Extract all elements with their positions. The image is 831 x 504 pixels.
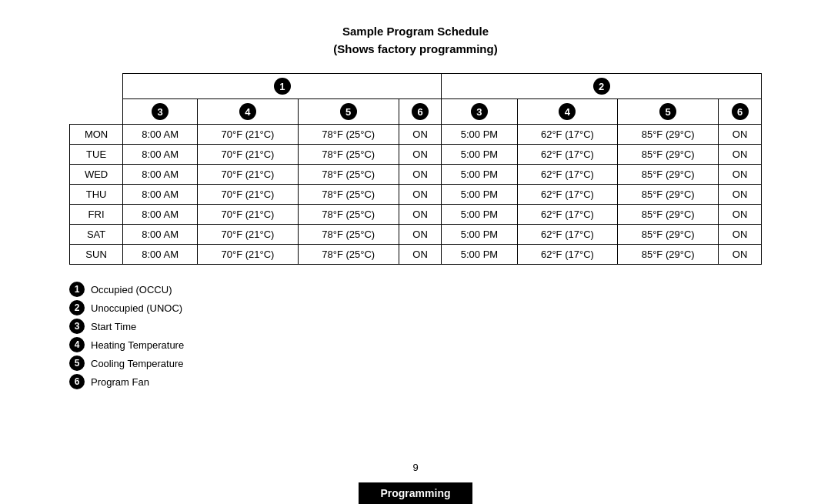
time1-cell: 8:00 AM: [123, 165, 198, 185]
fan1-cell: ON: [399, 205, 442, 225]
cool1-cell: 78°F (25°C): [298, 125, 399, 145]
legend-badge: 2: [69, 300, 85, 315]
heat2-cell: 62°F (17°C): [517, 125, 618, 145]
group2-badge: 2: [593, 78, 610, 95]
legend-label: Start Time: [91, 321, 136, 332]
time1-cell: 8:00 AM: [123, 125, 198, 145]
fan1-cell: ON: [399, 225, 442, 245]
table-row: THU 8:00 AM 70°F (21°C) 78°F (25°C) ON 5…: [70, 185, 762, 205]
legend-item: 4 Heating Temperature: [69, 337, 762, 352]
heat1-cell: 70°F (21°C): [198, 125, 299, 145]
legend-badge: 4: [69, 337, 85, 352]
cool2-cell: 85°F (29°C): [618, 245, 719, 265]
cool2-cell: 85°F (29°C): [618, 225, 719, 245]
legend-label: Program Fan: [91, 376, 149, 388]
group2-header: 2: [442, 74, 762, 99]
sub-corner-empty: [70, 99, 123, 125]
cool1-cell: 78°F (25°C): [298, 245, 399, 265]
cool2-cell: 85°F (29°C): [618, 165, 719, 185]
cool1-cell: 78°F (25°C): [298, 185, 399, 205]
cool1-cell: 78°F (25°C): [298, 225, 399, 245]
day-cell: THU: [70, 185, 123, 205]
time1-cell: 8:00 AM: [123, 145, 198, 165]
time1-cell: 8:00 AM: [123, 245, 198, 265]
table-row: SUN 8:00 AM 70°F (21°C) 78°F (25°C) ON 5…: [70, 245, 762, 265]
programming-tab: Programming: [359, 482, 472, 504]
day-cell: MON: [70, 125, 123, 145]
sub-col6-g1: 6: [399, 99, 442, 125]
day-cell: SAT: [70, 225, 123, 245]
cool1-cell: 78°F (25°C): [298, 165, 399, 185]
day-cell: WED: [70, 165, 123, 185]
page-number: 9: [412, 462, 418, 473]
heat2-cell: 62°F (17°C): [517, 165, 618, 185]
table-row: TUE 8:00 AM 70°F (21°C) 78°F (25°C) ON 5…: [70, 145, 762, 165]
page-title: Sample Program Schedule (Shows factory p…: [333, 23, 497, 58]
group1-header: 1: [123, 74, 442, 99]
heat1-cell: 70°F (21°C): [198, 225, 299, 245]
cool2-cell: 85°F (29°C): [618, 125, 719, 145]
fan2-cell: ON: [719, 205, 762, 225]
fan2-cell: ON: [719, 225, 762, 245]
heat2-cell: 62°F (17°C): [517, 185, 618, 205]
legend-item: 1 Occupied (OCCU): [69, 282, 762, 297]
legend: 1 Occupied (OCCU) 2 Unoccupied (UNOC) 3 …: [69, 282, 762, 392]
legend-label: Heating Temperature: [91, 339, 184, 351]
heat2-cell: 62°F (17°C): [517, 205, 618, 225]
fan1-cell: ON: [399, 145, 442, 165]
cool1-cell: 78°F (25°C): [298, 205, 399, 225]
legend-badge: 6: [69, 374, 85, 389]
fan1-cell: ON: [399, 245, 442, 265]
day-cell: SUN: [70, 245, 123, 265]
time2-cell: 5:00 PM: [442, 145, 517, 165]
legend-item: 2 Unoccupied (UNOC): [69, 300, 762, 315]
legend-badge: 5: [69, 355, 85, 371]
time2-cell: 5:00 PM: [442, 185, 517, 205]
sub-col4-g2: 4: [517, 99, 618, 125]
heat1-cell: 70°F (21°C): [198, 165, 299, 185]
time2-cell: 5:00 PM: [442, 125, 517, 145]
day-cell: TUE: [70, 145, 123, 165]
time1-cell: 8:00 AM: [123, 185, 198, 205]
time2-cell: 5:00 PM: [442, 245, 517, 265]
sub-col5-g1: 5: [298, 99, 399, 125]
cool2-cell: 85°F (29°C): [618, 185, 719, 205]
legend-item: 5 Cooling Temperature: [69, 355, 762, 371]
table-row: MON 8:00 AM 70°F (21°C) 78°F (25°C) ON 5…: [70, 125, 762, 145]
schedule-table: 1 2 3 4 5 6 3 4 5 6 MON 8:00 AM 70°F: [69, 73, 762, 265]
legend-item: 3 Start Time: [69, 319, 762, 334]
time1-cell: 8:00 AM: [123, 205, 198, 225]
heat1-cell: 70°F (21°C): [198, 185, 299, 205]
legend-label: Unoccupied (UNOC): [91, 302, 182, 314]
fan2-cell: ON: [719, 145, 762, 165]
legend-item: 6 Program Fan: [69, 374, 762, 389]
heat1-cell: 70°F (21°C): [198, 245, 299, 265]
legend-label: Cooling Temperature: [91, 358, 183, 369]
sub-col5-g2: 5: [618, 99, 719, 125]
sub-col3-g2: 3: [442, 99, 517, 125]
fan1-cell: ON: [399, 165, 442, 185]
heat1-cell: 70°F (21°C): [198, 205, 299, 225]
heat1-cell: 70°F (21°C): [198, 145, 299, 165]
time2-cell: 5:00 PM: [442, 165, 517, 185]
sub-col4-g1: 4: [198, 99, 299, 125]
bottom-bar: Programming: [0, 482, 831, 504]
cool2-cell: 85°F (29°C): [618, 205, 719, 225]
cool2-cell: 85°F (29°C): [618, 145, 719, 165]
table-row: WED 8:00 AM 70°F (21°C) 78°F (25°C) ON 5…: [70, 165, 762, 185]
day-cell: FRI: [70, 205, 123, 225]
cool1-cell: 78°F (25°C): [298, 145, 399, 165]
fan1-cell: ON: [399, 125, 442, 145]
schedule-table-wrapper: 1 2 3 4 5 6 3 4 5 6 MON 8:00 AM 70°F: [69, 73, 762, 265]
corner-empty: [70, 74, 123, 99]
time1-cell: 8:00 AM: [123, 225, 198, 245]
heat2-cell: 62°F (17°C): [517, 225, 618, 245]
fan2-cell: ON: [719, 185, 762, 205]
sub-col3-g1: 3: [123, 99, 198, 125]
table-row: SAT 8:00 AM 70°F (21°C) 78°F (25°C) ON 5…: [70, 225, 762, 245]
time2-cell: 5:00 PM: [442, 225, 517, 245]
table-row: FRI 8:00 AM 70°F (21°C) 78°F (25°C) ON 5…: [70, 205, 762, 225]
legend-badge: 1: [69, 282, 85, 297]
group1-badge: 1: [274, 78, 291, 95]
heat2-cell: 62°F (17°C): [517, 145, 618, 165]
